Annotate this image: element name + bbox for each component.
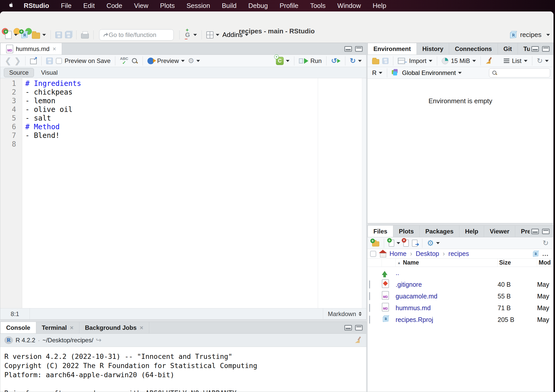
- minimize-pane-icon[interactable]: [531, 229, 539, 234]
- knit-settings-button[interactable]: ⚙: [188, 57, 200, 65]
- new-blank-file-button[interactable]: +: [389, 240, 400, 247]
- menu-plots[interactable]: Plots: [154, 2, 181, 10]
- project-menu[interactable]: R recipes: [509, 31, 550, 39]
- environment-scope-selector[interactable]: Global Environment: [392, 69, 462, 77]
- tab-plots[interactable]: Plots: [393, 226, 420, 237]
- back-button[interactable]: ❮: [5, 56, 11, 65]
- environment-search-input[interactable]: [499, 70, 545, 76]
- menu-session[interactable]: Session: [181, 2, 216, 10]
- file-link[interactable]: hummus.md: [396, 304, 498, 312]
- clear-console-icon[interactable]: [355, 336, 362, 344]
- select-all-checkbox[interactable]: [370, 251, 376, 257]
- breadcrumb-home[interactable]: Home: [389, 250, 407, 257]
- run-button[interactable]: Run: [299, 57, 322, 64]
- menu-help[interactable]: Help: [367, 2, 392, 10]
- breadcrumb-recipes[interactable]: recipes: [448, 250, 469, 257]
- close-tab-icon[interactable]: [53, 45, 56, 53]
- tab-background-jobs[interactable]: Background Jobs: [79, 322, 149, 333]
- tab-packages[interactable]: Packages: [420, 226, 459, 237]
- minimize-pane-icon[interactable]: [531, 46, 539, 52]
- apple-logo-icon[interactable]: [8, 2, 14, 10]
- import-dataset-button[interactable]: Import: [398, 57, 432, 64]
- new-folder-button[interactable]: +: [372, 240, 379, 246]
- addins-menu[interactable]: Addins: [222, 31, 249, 39]
- file-link[interactable]: guacamole.md: [396, 293, 498, 300]
- column-header-name[interactable]: Name: [396, 259, 498, 267]
- copy-file-button[interactable]: ➔: [412, 240, 418, 247]
- list-view-button[interactable]: List: [504, 57, 527, 64]
- code-editor[interactable]: 1# Ingredients 2- chickpeas 3- lemon 4- …: [0, 78, 366, 308]
- new-project-button[interactable]: R+: [21, 31, 29, 39]
- visual-mode-button[interactable]: Visual: [36, 68, 63, 77]
- maximize-pane-icon[interactable]: [355, 325, 363, 331]
- cursor-position[interactable]: 8:1: [0, 308, 30, 319]
- language-selector[interactable]: R: [372, 69, 382, 76]
- preview-on-save-checkbox[interactable]: Preview on Save: [56, 57, 110, 64]
- menu-code[interactable]: Code: [100, 2, 128, 10]
- workspace-panes-button[interactable]: [206, 31, 219, 38]
- close-tab-icon[interactable]: [140, 324, 143, 331]
- save-document-button[interactable]: [46, 58, 53, 64]
- open-file-button[interactable]: [32, 31, 46, 39]
- tab-history[interactable]: History: [417, 43, 449, 55]
- share-directory-icon[interactable]: ↪: [96, 336, 102, 344]
- tab-environment[interactable]: Environment: [368, 43, 417, 55]
- save-all-button[interactable]: [65, 32, 72, 38]
- menu-rstudio[interactable]: RStudio: [18, 2, 55, 10]
- home-icon[interactable]: [379, 250, 387, 257]
- print-button[interactable]: [81, 31, 89, 38]
- delete-file-button[interactable]: ×: [403, 240, 409, 247]
- menu-tools[interactable]: Tools: [304, 2, 332, 10]
- new-file-button[interactable]: +: [5, 31, 18, 39]
- preview-button[interactable]: Preview: [147, 57, 185, 64]
- source-document-button[interactable]: ↻: [350, 57, 362, 65]
- rerun-button[interactable]: ↺: [331, 57, 340, 65]
- file-row[interactable]: R recipes.Rproj 205 B May: [368, 314, 553, 325]
- breadcrumb-desktop[interactable]: Desktop: [416, 250, 439, 257]
- tab-help[interactable]: Help: [459, 226, 484, 237]
- console-output[interactable]: R version 4.2.2 (2022-10-31) -- "Innocen…: [0, 347, 366, 392]
- column-header-size[interactable]: Size: [498, 259, 537, 267]
- more-file-commands-button[interactable]: ⚙: [427, 239, 440, 247]
- memory-usage-button[interactable]: 15 MiB: [442, 57, 476, 64]
- menu-window[interactable]: Window: [332, 2, 367, 10]
- environment-search[interactable]: [489, 68, 550, 77]
- tab-viewer[interactable]: Viewer: [484, 226, 515, 237]
- parent-directory-link[interactable]: ..: [396, 269, 498, 277]
- file-row[interactable]: guacamole.md 55 B May: [368, 290, 553, 302]
- forward-button[interactable]: ❯: [14, 56, 21, 65]
- file-row[interactable]: hummus.md 71 B May: [368, 302, 553, 314]
- refresh-environment-button[interactable]: ↻: [537, 57, 549, 65]
- spellcheck-button[interactable]: ABC✓: [120, 57, 128, 65]
- menu-view[interactable]: View: [128, 2, 154, 10]
- menu-build[interactable]: Build: [216, 2, 243, 10]
- tab-git[interactable]: Git: [498, 43, 518, 55]
- menu-profile[interactable]: Profile: [274, 2, 304, 10]
- insert-chunk-button[interactable]: C: [276, 57, 289, 65]
- file-checkbox[interactable]: [369, 292, 370, 300]
- maximize-pane-icon[interactable]: [355, 46, 363, 52]
- refresh-files-button[interactable]: ↻: [543, 239, 549, 247]
- tab-console[interactable]: Console: [0, 322, 36, 334]
- file-link[interactable]: recipes.Rproj: [396, 316, 498, 323]
- file-row[interactable]: .gitignore 40 B May: [368, 279, 553, 290]
- maximize-pane-icon[interactable]: [542, 46, 550, 52]
- maximize-pane-icon[interactable]: [542, 229, 550, 234]
- menu-edit[interactable]: Edit: [78, 2, 101, 10]
- go-to-file-search[interactable]: [99, 29, 174, 41]
- minimize-pane-icon[interactable]: [344, 325, 352, 331]
- close-tab-icon[interactable]: [70, 324, 73, 331]
- go-to-file-input[interactable]: [109, 31, 165, 38]
- parent-directory-row[interactable]: ..: [368, 267, 553, 279]
- column-header-modified[interactable]: Mod: [537, 259, 553, 267]
- tab-connections[interactable]: Connections: [449, 43, 498, 55]
- menu-debug[interactable]: Debug: [243, 2, 274, 10]
- version-control-button[interactable]: G: [184, 31, 197, 38]
- minimize-pane-icon[interactable]: [344, 46, 352, 52]
- file-checkbox[interactable]: [369, 304, 370, 312]
- tab-terminal[interactable]: Terminal: [36, 322, 79, 333]
- open-in-new-window-button[interactable]: [30, 58, 37, 64]
- source-mode-button[interactable]: Source: [4, 68, 34, 77]
- menu-file[interactable]: File: [55, 2, 78, 10]
- load-workspace-button[interactable]: [372, 58, 379, 64]
